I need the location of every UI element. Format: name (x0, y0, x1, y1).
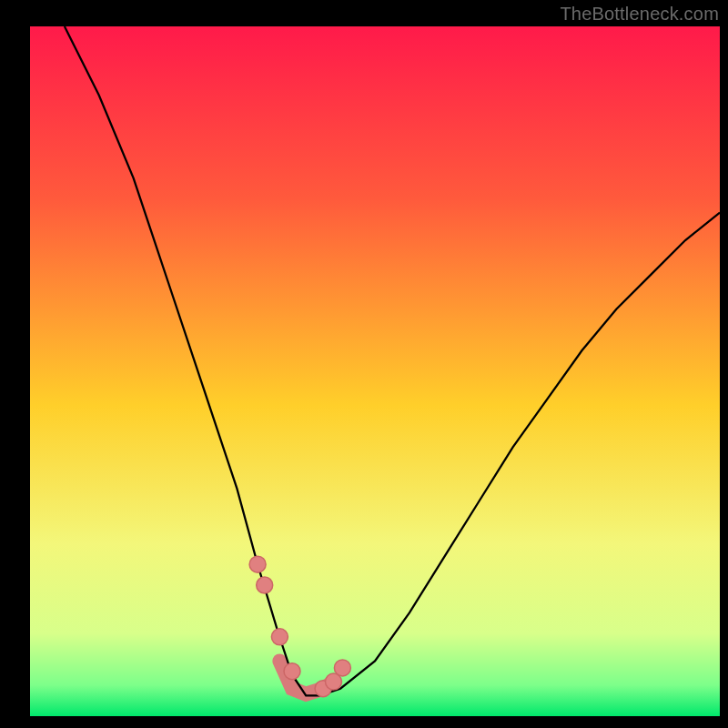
marker-point (271, 629, 288, 645)
chart-svg (0, 0, 728, 728)
chart-frame: TheBottleneck.com (0, 0, 728, 728)
marker-point (257, 577, 273, 593)
plot-background (30, 26, 720, 716)
marker-point (334, 660, 350, 676)
watermark-label: TheBottleneck.com (560, 4, 719, 25)
marker-point (284, 663, 300, 680)
marker-point (249, 556, 266, 572)
